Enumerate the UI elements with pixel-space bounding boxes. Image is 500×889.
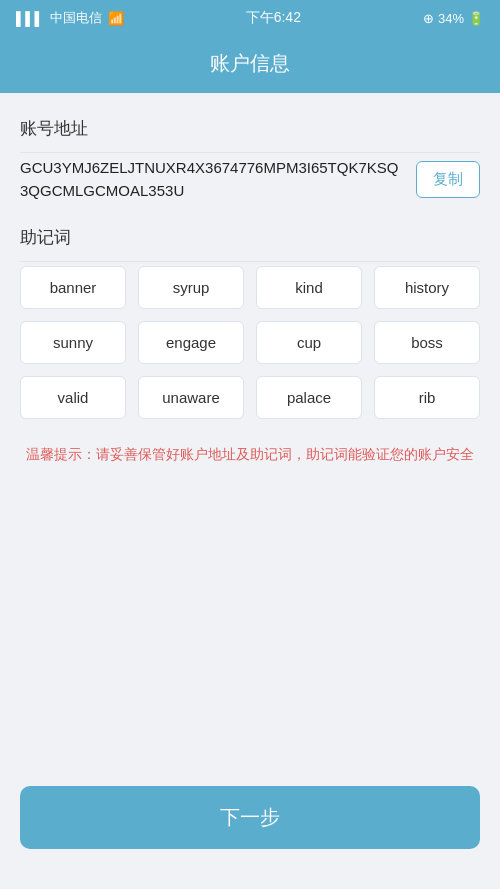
- mnemonic-word: kind: [256, 266, 362, 309]
- warning-text: 温馨提示：请妥善保管好账户地址及助记词，助记词能验证您的账户安全: [20, 443, 480, 465]
- account-address-row: GCU3YMJ6ZELJTNUXR4X3674776MPM3I65TQK7KSQ…: [20, 157, 480, 202]
- battery-icon: 🔋: [468, 11, 484, 26]
- divider-mnemonic: [20, 261, 480, 262]
- account-address-section: 账号地址 GCU3YMJ6ZELJTNUXR4X3674776MPM3I65TQ…: [20, 117, 480, 202]
- mnemonic-word: valid: [20, 376, 126, 419]
- mnemonic-section: 助记词 bannersyrupkindhistorysunnyengagecup…: [20, 226, 480, 419]
- carrier-label: 中国电信: [50, 9, 102, 27]
- mnemonic-grid: bannersyrupkindhistorysunnyengagecupboss…: [20, 266, 480, 419]
- mnemonic-word: palace: [256, 376, 362, 419]
- next-button-wrapper: 下一步: [0, 770, 500, 889]
- wifi-icon: 📶: [108, 11, 124, 26]
- main-content: 账号地址 GCU3YMJ6ZELJTNUXR4X3674776MPM3I65TQ…: [0, 93, 500, 770]
- status-bar-left: ▌▌▌ 中国电信 📶: [16, 9, 124, 27]
- location-icon: ⊕: [423, 11, 434, 26]
- signal-icon: ▌▌▌: [16, 11, 44, 26]
- navbar-title: 账户信息: [16, 50, 484, 77]
- mnemonic-word: unaware: [138, 376, 244, 419]
- mnemonic-word: sunny: [20, 321, 126, 364]
- navbar: 账户信息: [0, 36, 500, 93]
- mnemonic-word: banner: [20, 266, 126, 309]
- status-bar-time: 下午6:42: [246, 9, 301, 27]
- status-bar: ▌▌▌ 中国电信 📶 下午6:42 ⊕ 34% 🔋: [0, 0, 500, 36]
- status-bar-right: ⊕ 34% 🔋: [423, 11, 484, 26]
- account-address-text: GCU3YMJ6ZELJTNUXR4X3674776MPM3I65TQK7KSQ…: [20, 157, 404, 202]
- mnemonic-label: 助记词: [20, 226, 480, 249]
- divider-account: [20, 152, 480, 153]
- mnemonic-word: boss: [374, 321, 480, 364]
- mnemonic-word: rib: [374, 376, 480, 419]
- mnemonic-word: history: [374, 266, 480, 309]
- mnemonic-word: cup: [256, 321, 362, 364]
- next-button[interactable]: 下一步: [20, 786, 480, 849]
- copy-button[interactable]: 复制: [416, 161, 480, 198]
- account-address-label: 账号地址: [20, 117, 480, 140]
- mnemonic-word: syrup: [138, 266, 244, 309]
- mnemonic-word: engage: [138, 321, 244, 364]
- battery-label: 34%: [438, 11, 464, 26]
- spacer: [20, 489, 480, 746]
